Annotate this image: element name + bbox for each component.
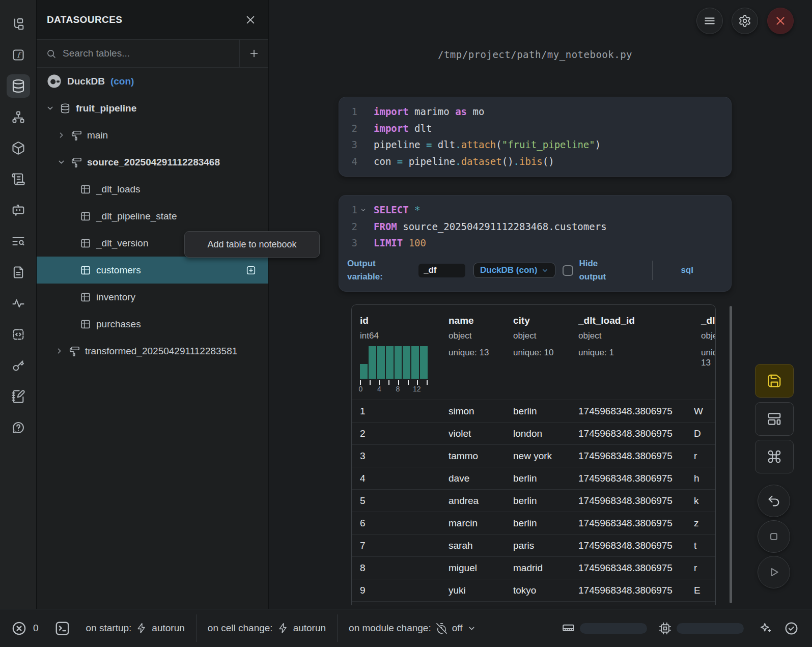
network-icon[interactable] [7,105,30,129]
tree-item-fruit-pipeline[interactable]: fruit_pipeline [37,95,268,122]
tree-item-dlt-loads[interactable]: _dlt_loads [37,176,268,203]
text-search-icon[interactable] [7,230,30,253]
run-button[interactable] [758,556,790,588]
scroll-icon[interactable] [7,167,30,191]
tree-item-label: purchases [96,319,141,330]
chevron-down-icon[interactable] [45,104,55,112]
table-body: 1simonberlin1745968348.3806975W2violetlo… [352,400,715,601]
table-cell: violet [440,428,505,439]
code-line: 1SELECT * [339,202,731,218]
file-tree-icon[interactable] [7,12,30,36]
save-button[interactable] [755,364,794,398]
tooltip-add-table: Add table to notebook [184,231,320,258]
undo-button[interactable] [758,485,790,517]
panel-title: DATASOURCES [47,14,122,25]
table-cell: 1745968348.3806975 [570,451,691,462]
tree-item-source-schema[interactable]: source_202504291112283468 [37,149,268,176]
table-cell: paris [505,540,570,551]
code-square-icon[interactable] [7,323,30,346]
table-cell: D [691,428,716,439]
fold-chevron-icon[interactable] [357,202,369,218]
add-table-icon[interactable] [245,265,257,276]
chevron-right-icon[interactable] [54,347,64,355]
table-cell: simon [440,406,505,417]
menu-button[interactable] [696,8,723,34]
code-cell-imports[interactable]: 1import marimo as mo2import dlt3pipeline… [339,97,732,177]
sparkles-icon[interactable] [759,622,773,635]
output-variable-input[interactable] [418,264,465,277]
hide-output-checkbox[interactable] [563,265,573,276]
layout-button[interactable] [755,402,794,436]
close-panel-icon[interactable] [245,14,256,25]
connection-alias: (con) [110,76,134,87]
help-icon[interactable] [7,416,30,439]
connection-duckdb[interactable]: DuckDB (con) [37,68,268,95]
schema-icon [70,130,82,141]
errors-icon[interactable] [11,621,27,636]
add-datasource-button[interactable] [239,40,268,67]
file-text-icon[interactable] [7,261,30,284]
output-variable-bar: Output variable: DuckDB (con) Hide outpu… [339,255,731,286]
chat-bot-icon[interactable] [7,199,30,222]
table-row: 1simonberlin1745968348.3806975W [352,400,715,422]
key-icon[interactable] [7,354,30,377]
chevron-right-icon[interactable] [56,131,66,139]
table-column-header: cityobjectunique: 10 [513,305,553,358]
database-icon[interactable] [7,74,30,98]
activity-icon[interactable] [7,292,30,315]
datasources-panel: DATASOURCES DuckDB (con) fruit_pipeline … [37,0,269,609]
table-cell: k [691,495,716,507]
tree-item-main[interactable]: main [37,122,268,149]
table-cell: london [505,428,570,439]
vertical-scrollbar[interactable] [730,306,732,603]
settings-button[interactable] [732,8,758,34]
tree-item-transformed-schema[interactable]: transformed_202504291112283581 [37,337,268,364]
engine-dropdown-value: DuckDB (con) [480,265,537,275]
zap-icon [136,623,147,634]
close-app-button[interactable] [767,8,794,34]
table-cell: W [691,406,716,417]
table-cell: 1745968348.3806975 [570,473,691,484]
histogram-bar [403,346,410,379]
tree-item-customers[interactable]: customers [37,257,268,284]
sql-editor[interactable]: 1SELECT *2FROM source_202504291112283468… [339,195,731,251]
histogram-bar [360,364,368,379]
box-icon[interactable] [7,136,30,160]
chevron-down-icon[interactable] [56,158,66,166]
on-startup-mode[interactable]: on startup: autorun [86,623,185,634]
table-cell: berlin [505,495,570,507]
tree-item-inventory[interactable]: inventory [37,284,268,311]
table-cell: andrea [440,495,505,507]
sql-cell[interactable]: 1SELECT *2FROM source_202504291112283468… [339,195,732,292]
histogram-bar [377,346,385,379]
tooltip-text: Add table to notebook [207,239,296,250]
code-line: 4con = pipeline.dataset().ibis() [339,153,731,170]
engine-dropdown[interactable]: DuckDB (con) [473,263,555,278]
datasource-tree: fruit_pipeline main source_2025042911122… [37,95,268,364]
code-line: 3LIMIT 100 [339,235,731,251]
function-icon[interactable]: f [7,43,30,67]
tree-item-purchases[interactable]: purchases [37,311,268,337]
stop-button[interactable] [758,520,790,553]
code-editor[interactable]: 1import marimo as mo2import dlt3pipeline… [339,97,731,170]
table-cell: madrid [505,562,570,574]
table-row: 6marcinberlin1745968348.3806975z [352,512,715,534]
command-palette-button[interactable] [755,440,794,473]
tree-item-label: main [87,130,108,141]
divider [652,261,653,280]
table-cell: miguel [440,562,505,574]
tree-item-dlt-pipeline-state[interactable]: _dlt_pipeline_state [37,203,268,230]
database-icon [59,103,71,114]
mode-label: on startup: [86,623,132,634]
notebook-pen-icon[interactable] [7,385,30,408]
search-input[interactable] [63,48,239,59]
table-cell: t [691,540,716,551]
tree-item-label: _dlt_version [96,238,148,249]
terminal-icon[interactable] [54,620,71,637]
on-cell-change-mode[interactable]: on cell change: autorun [208,623,326,634]
histogram-bar [411,346,419,379]
on-module-change-mode[interactable]: on module change: off [349,623,475,634]
divider [196,614,197,642]
table-column-header: nameobjectunique: 13 [449,305,489,358]
cpu-icon [658,622,672,635]
